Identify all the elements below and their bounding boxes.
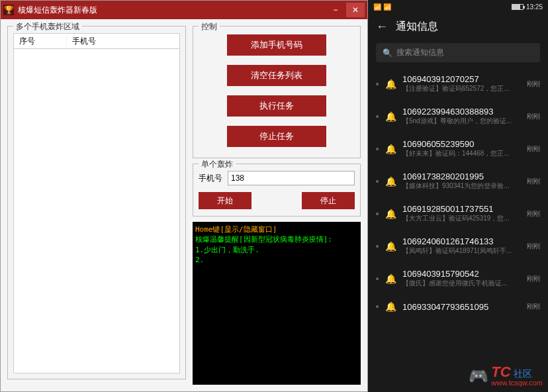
phone-input-row: 手机号 <box>199 171 355 185</box>
console-line: Home键[显示/隐藏窗口] <box>195 224 358 234</box>
single-title: 单个轰炸 <box>199 159 236 170</box>
notif-time: 刚刚 <box>527 177 540 186</box>
console-line: 2. <box>195 255 358 265</box>
notif-preview: 【微氏】感谢您使用微氏手机验证... <box>402 279 520 288</box>
phone-label: 手机号 <box>199 173 222 184</box>
notif-preview: 【5nd游戏】尊敬的用户，您的验证... <box>402 117 520 126</box>
console-line: 1.少出门，勤洗手. <box>195 245 358 255</box>
notif-time: 刚刚 <box>527 209 540 219</box>
status-bar: 📶 📶 13:25 <box>368 0 548 13</box>
notification-item[interactable]: 🔔 1069330477936510​95 刚刚 <box>368 295 548 318</box>
multi-bomb-group: 多个手机轰炸区域 序号 手机号 <box>7 26 186 379</box>
notif-sender: 1069240601261746133 <box>402 236 520 246</box>
window-controls: − ✕ <box>326 3 365 17</box>
control-group: 控制 添加手机号码 清空任务列表 执行任务 停止任务 <box>193 26 361 158</box>
col-phone: 手机号 <box>67 36 179 47</box>
notif-sender: 1069192850011737551 <box>402 204 520 214</box>
phone-list-body[interactable] <box>13 49 180 373</box>
unread-dot <box>376 148 379 150</box>
notif-preview: 【注册验证】验证码652572，您正... <box>402 84 520 93</box>
notif-sender: 1069403912070257 <box>402 74 520 84</box>
phone-header: ← 通知信息 <box>368 13 548 40</box>
notif-content: 1069403912070257 【注册验证】验证码652572，您正... <box>402 74 520 93</box>
watermark-sq: 社区 <box>514 368 532 379</box>
notification-item[interactable]: 🔔 1069192850011737551 【大方工业云】验证码425319，您… <box>368 197 548 230</box>
notif-time: 刚刚 <box>527 302 540 311</box>
console-output: Home键[显示/隐藏窗口] 核爆温馨提醒[因新型冠状病毒肺炎疫情]: 1.少出… <box>193 222 361 385</box>
signal-icon: 📶 <box>373 3 381 11</box>
right-column: 控制 添加手机号码 清空任务列表 执行任务 停止任务 单个轰炸 手机号 开始 停… <box>193 26 361 385</box>
titlebar[interactable]: 🏆 核爆短信轰炸器新春版 − ✕ <box>1 1 367 19</box>
bell-icon: 🔔 <box>385 144 396 154</box>
unread-dot <box>376 83 379 85</box>
notification-item[interactable]: 🔔 1069240601261746133 【凤鸣轩】验证码418971(凤鸣轩… <box>368 230 548 262</box>
bell-icon: 🔔 <box>385 301 396 312</box>
notification-item[interactable]: 🔔 106906055239590 【好未来】验证码：144468，您正... … <box>368 132 548 165</box>
battery-icon <box>512 4 524 10</box>
clear-tasks-button[interactable]: 清空任务列表 <box>227 65 326 86</box>
unread-dot <box>376 213 379 215</box>
status-left: 📶 📶 <box>373 3 391 11</box>
watermark-logo: 🎮 <box>469 367 488 385</box>
notification-item[interactable]: 🔔 1069173828020199​5 【媒体科技】930341为您的登录验.… <box>368 165 548 197</box>
watermark-tc: TC <box>491 364 510 380</box>
notification-item[interactable]: 🔔 1069403912070257 【注册验证】验证码652572，您正...… <box>368 68 548 100</box>
page-title: 通知信息 <box>396 20 438 34</box>
notif-preview: 【媒体科技】930341为您的登录验... <box>402 181 520 191</box>
notif-time: 刚刚 <box>527 79 540 89</box>
notif-content: 106906055239590 【好未来】验证码：144468，您正... <box>402 139 520 158</box>
notif-time: 刚刚 <box>527 144 540 154</box>
execute-button[interactable]: 执行任务 <box>227 95 326 117</box>
window-title: 核爆短信轰炸器新春版 <box>18 5 326 16</box>
notif-time: 刚刚 <box>527 274 540 283</box>
watermark-text: TC 社区 www.tcsqw.com <box>491 365 543 387</box>
single-bomb-group: 单个轰炸 手机号 开始 停止 <box>193 164 361 217</box>
multi-bomb-title: 多个手机轰炸区域 <box>13 21 82 32</box>
notif-preview: 【凤鸣轩】验证码418971(凤鸣轩手... <box>402 246 520 256</box>
bell-icon: 🔔 <box>385 176 396 187</box>
stop-button[interactable]: 停止 <box>302 192 355 209</box>
single-button-row: 开始 停止 <box>199 192 355 209</box>
notif-content: 1069330477936510​95 <box>402 302 520 312</box>
watermark: 🎮 TC 社区 www.tcsqw.com <box>469 365 543 387</box>
app-icon: 🏆 <box>3 5 14 15</box>
notification-list[interactable]: 🔔 1069403912070257 【注册验证】验证码652572，您正...… <box>368 68 548 392</box>
left-column: 多个手机轰炸区域 序号 手机号 <box>7 26 186 385</box>
desktop-window: 🏆 核爆短信轰炸器新春版 − ✕ 多个手机轰炸区域 序号 手机号 控制 添加手机… <box>0 0 368 392</box>
watermark-url: www.tcsqw.com <box>491 379 543 387</box>
notif-content: 1069173828020199​5 【媒体科技】930341为您的登录验... <box>402 172 520 191</box>
unread-dot <box>376 115 379 118</box>
unread-dot <box>376 305 379 308</box>
notif-time: 刚刚 <box>527 242 540 251</box>
notif-content: 1069223994630388893 【5nd游戏】尊敬的用户，您的验证... <box>402 107 520 126</box>
clock: 13:25 <box>526 3 543 11</box>
console-line: 核爆温馨提醒[因新型冠状病毒肺炎疫情]: <box>195 234 358 244</box>
search-bar[interactable]: 🔍 搜索通知信息 <box>376 43 540 62</box>
col-sequence: 序号 <box>14 36 67 47</box>
bell-icon: 🔔 <box>385 111 396 122</box>
notif-time: 刚刚 <box>527 112 540 121</box>
bell-icon: 🔔 <box>385 241 396 252</box>
minimize-button[interactable]: − <box>326 3 345 17</box>
app-body: 多个手机轰炸区域 序号 手机号 控制 添加手机号码 清空任务列表 执行任务 停止… <box>1 19 367 391</box>
add-phone-button[interactable]: 添加手机号码 <box>227 34 326 56</box>
notif-sender: 1069173828020199​5 <box>402 172 520 181</box>
notif-preview: 【大方工业云】验证码425319，您... <box>402 214 520 223</box>
start-button[interactable]: 开始 <box>199 192 251 209</box>
wifi-icon: 📶 <box>383 3 391 11</box>
status-right: 13:25 <box>512 3 543 11</box>
close-button[interactable]: ✕ <box>346 3 365 17</box>
notification-item[interactable]: 🔔 1069223994630388893 【5nd游戏】尊敬的用户，您的验证.… <box>368 100 548 132</box>
notification-item[interactable]: 🔔 1069403915790542 【微氏】感谢您使用微氏手机验证... 刚刚 <box>368 262 548 295</box>
notif-sender: 1069330477936510​95 <box>402 302 520 312</box>
unread-dot <box>376 277 379 280</box>
notif-content: 1069403915790542 【微氏】感谢您使用微氏手机验证... <box>402 269 520 288</box>
bell-icon: 🔔 <box>385 209 396 219</box>
notif-content: 1069192850011737551 【大方工业云】验证码425319，您..… <box>402 204 520 223</box>
search-placeholder: 搜索通知信息 <box>396 47 444 58</box>
phone-input[interactable] <box>228 171 355 185</box>
search-icon: 🔍 <box>383 48 392 58</box>
phone-screen: 📶 📶 13:25 ← 通知信息 🔍 搜索通知信息 🔔 106940391207… <box>368 0 548 392</box>
stop-tasks-button[interactable]: 停止任务 <box>227 126 326 147</box>
back-icon[interactable]: ← <box>376 20 388 34</box>
